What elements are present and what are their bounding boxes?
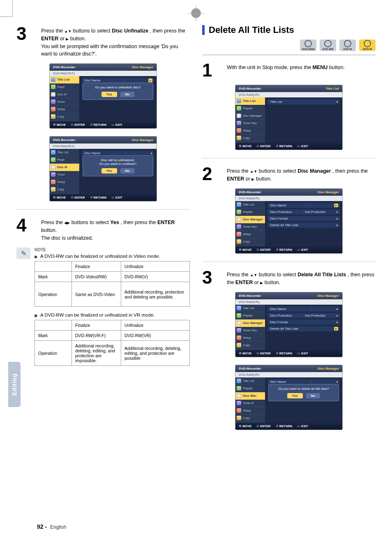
nav-copy: Copy xyxy=(50,186,79,193)
osd-delete-all-highlight: DVD-RecorderDisc Manager DVD-RAM(VR) Tit… xyxy=(235,292,342,357)
disc-icon xyxy=(237,393,241,398)
yes-button[interactable]: Yes xyxy=(287,393,303,398)
nav-disc-manager: Disc Man xyxy=(235,392,265,400)
registration-mark xyxy=(191,8,201,18)
nav-copy: Copy xyxy=(235,342,265,349)
td: DVD-RW(V) xyxy=(121,272,190,282)
t: ENTER xyxy=(74,123,85,127)
foot-enter: ⊙ ENTER xyxy=(71,123,85,127)
yes-button[interactable]: Yes xyxy=(101,92,117,97)
down-arrow-icon xyxy=(254,272,257,278)
nav-title-list: Title List xyxy=(235,97,265,105)
osd-title-list: DVD-RecorderTitle List DVD-RAM(VR) Title… xyxy=(235,85,342,150)
nav-setup: Setup xyxy=(50,106,79,113)
t: RETURN xyxy=(279,424,292,428)
foot-move: ✥ MOVE xyxy=(53,196,66,199)
nav-setup: Setup xyxy=(235,127,265,134)
t: Copy xyxy=(57,187,65,191)
nav-setup: Setup xyxy=(50,178,79,186)
t: Timer Rec. xyxy=(243,329,258,332)
list-icon xyxy=(237,379,241,383)
right-column: Delete All Title Lists DVD-RAM DVD-RW DV… xyxy=(202,25,376,438)
yes-button[interactable]: Yes xyxy=(101,168,117,174)
t: MOVE xyxy=(242,424,251,428)
note-label: NOTE xyxy=(35,248,190,252)
t: buttons to select xyxy=(73,28,112,34)
t: Disc Manager xyxy=(243,114,262,118)
osd-footer: ✥ MOVE ⊙ ENTER ↺ RETURN ▭ EXIT xyxy=(50,194,157,201)
t: Delete All Title Lists xyxy=(297,272,346,278)
nav-playlist: Playlist xyxy=(235,385,265,392)
t: Copy xyxy=(243,136,250,140)
t: buttons to select xyxy=(259,272,298,278)
t: MOVE xyxy=(242,144,251,148)
t: Setup xyxy=(243,336,251,340)
osd-row: Delete All Title Lists▸ xyxy=(267,326,340,331)
t: Disc Name xyxy=(270,204,286,207)
right-step-1: 1 With the unit in Stop mode, press the … xyxy=(202,61,376,79)
osd-subtitle: DVD-RW(VR:F) xyxy=(50,143,157,149)
foot-exit: ▭ EXIT xyxy=(297,144,308,148)
gear-icon xyxy=(237,408,241,413)
t: DVD-RW xyxy=(323,48,334,51)
copy-icon xyxy=(237,343,241,347)
bullet-icon xyxy=(35,256,37,258)
t: Title List xyxy=(270,100,282,104)
foot-return: ↺ RETURN xyxy=(276,144,292,148)
step-number: 1 xyxy=(202,61,220,79)
t: Title List xyxy=(243,379,254,383)
td: DVD-RW(VR:F) xyxy=(72,331,121,341)
osd-pane: Disc Name:▸ Do you want to delete all ti… xyxy=(265,377,342,423)
osd-nav: Title List Playli Disc M Timer Setup Cop… xyxy=(50,149,79,194)
note-body: NOTE A DVD-RW can be finalized or unfina… xyxy=(35,248,190,366)
gear-icon xyxy=(237,232,241,236)
t: EXIT xyxy=(301,248,308,252)
disc-icon xyxy=(237,217,241,222)
copy-icon xyxy=(237,136,241,140)
t: Copy xyxy=(243,343,250,347)
t: Disc Protection xyxy=(270,210,292,214)
osd-subtitle: DVD-RAM(VR) xyxy=(235,372,342,377)
osd-subtitle: DVD-RW(VR:F) xyxy=(50,71,157,76)
t: RETURN xyxy=(279,248,292,252)
t: Setup xyxy=(243,129,251,132)
no-button[interactable]: No xyxy=(120,168,135,174)
foot-move: ✥ MOVE xyxy=(239,144,251,148)
divider xyxy=(16,209,190,210)
dialog-message: Disc will be unfinalized. Do you want to… xyxy=(85,158,150,166)
heading-text: Delete All Title Lists xyxy=(209,25,294,35)
t: MOVE xyxy=(242,352,251,355)
clock-icon xyxy=(237,121,241,125)
t: EXIT xyxy=(115,123,122,127)
t: Playli xyxy=(57,85,65,89)
t: Setup xyxy=(243,232,251,236)
t: button. xyxy=(256,176,272,182)
t: Yes xyxy=(110,220,119,225)
nav-disc-manager: Disc Manager xyxy=(235,112,265,120)
foot-return: ↺ RETURN xyxy=(276,352,292,355)
page-lang: English xyxy=(50,524,66,530)
t: buttons to select xyxy=(259,168,298,174)
td: Additional recording, protection and del… xyxy=(121,282,190,307)
list-icon xyxy=(237,306,241,310)
t: Disc Manager xyxy=(297,168,331,174)
copy-icon xyxy=(51,187,55,192)
chevron-right-icon: ▸ xyxy=(337,210,338,214)
chevron-right-icon: ▸ xyxy=(334,327,338,331)
t: Title List xyxy=(243,306,254,310)
t: ENTER xyxy=(41,36,58,42)
t: Disc Protection xyxy=(270,314,292,317)
t: You will be prompted with the confirmati… xyxy=(41,44,178,57)
no-button[interactable]: No xyxy=(306,393,321,398)
t: : xyxy=(311,380,311,384)
right-arrow-icon xyxy=(66,36,69,42)
t: : xyxy=(311,217,312,220)
t: ENTER xyxy=(260,352,270,355)
foot-enter: ⊙ ENTER xyxy=(256,248,271,252)
no-button[interactable]: No xyxy=(120,92,135,97)
osd-title: DVD-Recorder xyxy=(239,367,261,370)
t: Playlist xyxy=(243,106,253,110)
th: Finalize xyxy=(72,261,121,272)
t: Press the xyxy=(227,168,250,174)
th: Unfinalize xyxy=(121,320,190,331)
